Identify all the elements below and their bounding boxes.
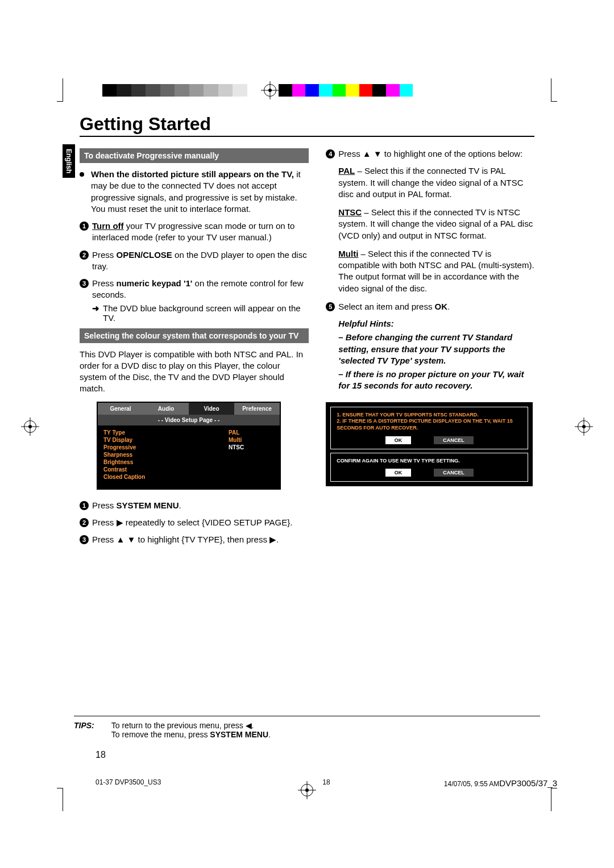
right-column: 4 Press ▲ ▼ to highlight one of the opti… [326,148,534,551]
osd-row[interactable]: TY TypePAL [103,429,274,436]
dialog-text-1: 1. ENSURE THAT YOUR TV SUPPORTS NTSC STA… [337,412,522,432]
osd-row[interactable]: ProgressiveNTSC [103,444,274,451]
register-crosshair-right [578,420,590,433]
step-badge-2b: 2 [80,518,89,527]
tips-label: TIPS: [74,721,94,739]
osd-header: - - Video Setup Page - - [98,415,280,425]
register-crosshair-left [24,420,36,433]
step-badge-2: 2 [80,251,89,260]
menu-step-2: Press ▶ repeatedly to select {VIDEO SETU… [92,517,292,528]
osd-row[interactable]: Sharpness [103,451,274,458]
colour-paragraph: This DVD Player is compatible with both … [80,349,309,395]
step-badge-5: 5 [326,302,335,311]
footer-left: 01-37 DVP3500_US3 [96,778,161,788]
step-3-text: Press numeric keypad '1' on the remote c… [92,278,309,301]
menu-step-1: Press SYSTEM MENU. [92,500,181,511]
section-deactivate: To deactivate Progressive manually [80,148,309,163]
registration-marks-top [0,84,614,97]
footer-mid: 18 [322,778,330,786]
hints-heading: Helpful Hints: [338,318,534,329]
confirmation-dialog: 1. ENSURE THAT YOUR TV SUPPORTS NTSC STA… [326,402,533,487]
step-badge-1b: 1 [80,501,89,510]
hint-2: – If there is no proper picture on your … [338,369,534,392]
dialog-ok-button[interactable]: OK [385,436,412,444]
step-badge-4: 4 [326,149,335,158]
osd-row[interactable]: Contrast [103,466,274,473]
dialog-cancel-button[interactable]: CANCEL [434,436,474,444]
arrow-icon: ➜ [92,303,99,323]
dialog-cancel-button-2[interactable]: CANCEL [434,469,474,477]
step-3-result: The DVD blue background screen will appe… [103,303,309,323]
tips-bar: TIPS: To return to the previous menu, pr… [74,716,540,739]
page-title: Getting Started [80,114,534,137]
dialog-ok-button-2[interactable]: OK [385,469,412,477]
osd-row[interactable]: Brightness [103,458,274,466]
osd-row[interactable]: TV DisplayMulti [103,436,274,444]
dialog-confirm-text: CONFIRM AGAIN TO USE NEW TV TYPE SETTING… [337,458,522,465]
step-badge-1: 1 [80,222,89,231]
menu-step-3: Press ▲ ▼ to highlight {TV TYPE}, then p… [92,534,279,545]
step-badge-3: 3 [80,279,89,288]
language-tab: English [63,144,75,178]
intro-text: When the distorted picture still appears… [91,169,309,215]
osd-menu: General Audio Video Preference - - Video… [97,402,281,490]
option-multi: Multi – Select this if the connected TV … [338,248,534,294]
left-column: To deactivate Progressive manually When … [80,148,309,551]
color-bar [279,84,426,97]
hint-1: – Before changing the current TV Standar… [338,332,534,366]
bullet-icon [80,172,84,177]
section-colour: Selecting the colour system that corresp… [80,328,309,343]
option-ntsc: NTSC – Select this if the connected TV i… [338,207,534,241]
footer: 01-37 DVP3500_US3 18 14/07/05, 9:55 AMDV… [96,778,557,788]
step-5-text: Select an item and press OK. [338,301,450,312]
grayscale-bar [102,84,262,97]
osd-tab-general[interactable]: General [98,403,143,415]
footer-right: 14/07/05, 9:55 AMDVP3005/37_3 [444,778,557,788]
step-2-text: Press OPEN/CLOSE on the DVD player to op… [92,249,309,273]
register-crosshair [264,84,276,97]
step-badge-3b: 3 [80,535,89,544]
osd-row[interactable]: Closed Caption [103,473,274,481]
osd-tab-video[interactable]: Video [189,403,234,415]
step-1-text: Turn off your TV progressive scan mode o… [92,220,309,244]
osd-tab-preference[interactable]: Preference [234,403,280,415]
page-number: 18 [96,750,106,760]
step-4-text: Press ▲ ▼ to highlight one of the option… [338,148,522,160]
option-pal: PAL – Select this if the connected TV is… [338,165,534,200]
page-content: English Getting Started To deactivate Pr… [80,114,534,551]
osd-tabs: General Audio Video Preference [98,403,280,415]
osd-tab-audio[interactable]: Audio [143,403,189,415]
tips-text: To return to the previous menu, press ◀.… [111,721,271,739]
